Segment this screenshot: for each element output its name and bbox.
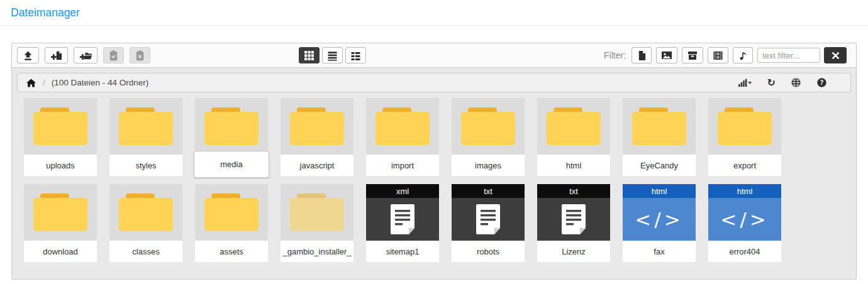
folder-icon — [632, 107, 686, 145]
filter-label: Filter: — [604, 50, 626, 60]
folder-tile-styles[interactable]: styles — [109, 98, 182, 176]
details-view-button[interactable] — [345, 47, 366, 63]
refresh-icon: ↻ — [767, 78, 776, 88]
filter-videos-button[interactable] — [708, 47, 728, 63]
folder-thumbnail — [109, 184, 182, 241]
filter-clear-button[interactable] — [824, 47, 847, 63]
tile-label: download — [24, 241, 97, 262]
file-body — [537, 198, 610, 241]
file-ext-badge: txt — [452, 184, 525, 198]
breadcrumb-separator: / — [43, 78, 45, 87]
folder-icon — [290, 107, 344, 145]
folder-icon — [376, 107, 430, 145]
toolbar-action-group — [17, 47, 156, 63]
folder-tile-download[interactable]: download — [24, 184, 97, 262]
file-ext-badge: txt — [537, 184, 610, 198]
view-toggle-group — [299, 47, 369, 63]
file-tile-fax[interactable]: html</>fax — [623, 184, 696, 262]
clipboard-check-icon — [108, 50, 119, 62]
paste-clipboard-button — [103, 47, 124, 63]
tile-label: export — [708, 155, 781, 176]
upload-button[interactable] — [17, 47, 39, 63]
file-grid: uploadsstylesmediajavascriptimportimages… — [17, 98, 851, 270]
help-button[interactable]: ? — [816, 77, 827, 88]
document-icon — [475, 204, 501, 235]
folder-icon — [119, 194, 173, 231]
tile-label: uploads — [24, 155, 97, 176]
file-icon — [637, 50, 647, 61]
upload-icon — [22, 50, 34, 62]
file-thumbnail: html</> — [623, 184, 696, 241]
folder-icon — [204, 194, 259, 231]
folder-tile-uploads[interactable]: uploads — [24, 98, 97, 176]
file-ext-badge: html — [708, 184, 781, 198]
folder-thumbnail — [195, 98, 268, 155]
folder-thumbnail — [452, 98, 525, 155]
filter-images-button[interactable] — [656, 47, 677, 63]
file-tile-robots[interactable]: txtrobots — [452, 184, 525, 262]
sort-button[interactable] — [738, 78, 752, 87]
tile-label: EyeCandy — [623, 155, 696, 176]
new-file-button[interactable] — [45, 47, 68, 63]
filter-text-input[interactable] — [757, 48, 820, 63]
folder-tile-export[interactable]: export — [708, 98, 781, 176]
app-header: Dateimanager — [0, 0, 868, 26]
home-icon — [26, 78, 36, 88]
breadcrumb-home[interactable] — [26, 78, 36, 88]
breadcrumb-bar: / (100 Dateien - 44 Ordner) ↻? — [17, 73, 851, 92]
folder-tile-EyeCandy[interactable]: EyeCandy — [623, 98, 696, 176]
tile-label: images — [452, 155, 525, 176]
file-body: </> — [708, 198, 781, 241]
folder-tile-assets[interactable]: assets — [195, 184, 268, 262]
folder-thumbnail — [195, 184, 268, 241]
folder-tile-html[interactable]: html — [537, 98, 610, 176]
folder-thumbnail — [708, 98, 781, 155]
folder-tile-import[interactable]: import — [366, 98, 439, 176]
list-view-button[interactable] — [322, 47, 343, 63]
language-button[interactable] — [791, 77, 801, 88]
tile-label: sitemap1 — [366, 241, 439, 262]
tile-label: styles — [109, 155, 182, 176]
film-icon — [713, 50, 723, 61]
clipboard-x-icon — [135, 50, 145, 62]
document-icon — [389, 204, 416, 235]
image-icon — [661, 50, 672, 60]
globe-icon — [791, 77, 801, 88]
code-icon: </> — [635, 208, 683, 231]
folder-icon — [290, 194, 344, 231]
tile-label: assets — [195, 241, 268, 262]
folder-icon — [33, 107, 87, 145]
folder-icon — [461, 107, 515, 145]
folder-thumbnail — [24, 98, 97, 155]
file-tile-Lizenz[interactable]: txtLizenz — [537, 184, 610, 262]
folder-thumbnail — [366, 98, 439, 155]
filter-files-button[interactable] — [632, 47, 652, 63]
folder-tile-classes[interactable]: classes — [109, 184, 182, 262]
file-ext-badge: xml — [366, 184, 439, 198]
folder-tile-media[interactable]: media — [195, 98, 268, 176]
help-icon: ? — [816, 77, 827, 88]
tile-label: import — [366, 155, 439, 176]
refresh-button[interactable]: ↻ — [767, 78, 776, 88]
tile-label: fax — [623, 241, 696, 262]
tile-label: robots — [452, 241, 525, 262]
rename-input[interactable] — [194, 151, 269, 178]
tile-label: _gambio_installer_ — [281, 241, 353, 262]
tile-label: javascript — [281, 155, 353, 176]
details-icon — [350, 50, 361, 61]
folder-tile-_gambio_installer_[interactable]: _gambio_installer_ — [281, 184, 353, 262]
list-icon — [327, 50, 338, 61]
folder-tile-javascript[interactable]: javascript — [281, 98, 353, 176]
folder-icon — [33, 194, 87, 231]
filter-audio-button[interactable] — [733, 47, 753, 63]
file-tile-sitemap1[interactable]: xmlsitemap1 — [366, 184, 439, 262]
grid-icon — [304, 50, 314, 61]
filter-archives-button[interactable] — [682, 47, 703, 63]
folder-tile-images[interactable]: images — [452, 98, 525, 176]
folder-thumbnail — [24, 184, 97, 241]
new-folder-button[interactable] — [74, 47, 97, 63]
file-thumbnail: xml — [366, 184, 439, 241]
grid-view-button[interactable] — [299, 47, 320, 63]
folder-thumbnail — [281, 98, 353, 155]
file-tile-error404[interactable]: html</>error404 — [708, 184, 781, 262]
